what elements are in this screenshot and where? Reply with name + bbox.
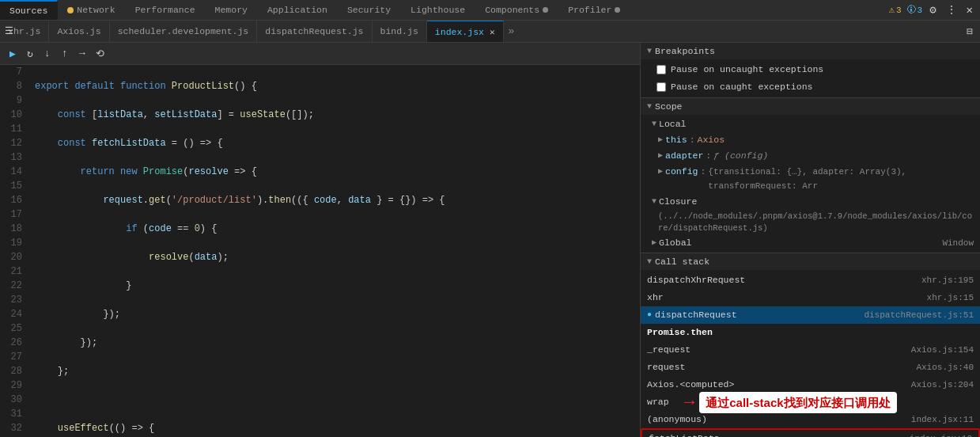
- call-stack-promise-then: Promise.then: [641, 324, 980, 341]
- step-over-button[interactable]: ↻: [22, 46, 38, 62]
- file-ref-dispatchXhrRequest: xhr.js:195: [921, 273, 974, 287]
- file-tab-bind[interactable]: bind.js: [373, 21, 427, 42]
- warn-badge: ⚠ 3: [889, 4, 902, 16]
- scope-local[interactable]: ▼ Local: [641, 116, 980, 132]
- file-tab-scheduler[interactable]: scheduler.development.js: [110, 21, 258, 42]
- tab-components[interactable]: Components: [475, 0, 558, 20]
- scope-adapter-colon: :: [706, 149, 711, 163]
- scope-this-colon: :: [690, 133, 695, 147]
- code-area[interactable]: 7 8 9 10 11 12 13 14 15 16 17 18 19 20 2…: [0, 65, 640, 437]
- tab-performance[interactable]: Performance: [126, 0, 206, 20]
- fn-name-request: request: [647, 360, 916, 374]
- call-stack-xhr[interactable]: xhr xhr.js:15: [641, 289, 980, 306]
- sidebar-toggle-button[interactable]: ☰: [0, 21, 17, 43]
- breakpoints-arrow-icon: ▼: [647, 47, 652, 55]
- settings-button[interactable]: ⚙: [927, 3, 938, 17]
- scope-this[interactable]: ▶ this : Axios: [641, 132, 980, 148]
- scope-this-value: Axios: [698, 133, 725, 147]
- scope-global-value: Window: [942, 236, 974, 250]
- call-stack-dispatchRequest[interactable]: ● dispatchRequest dispatchRequest.js:51: [641, 306, 980, 324]
- file-tab-dispatch[interactable]: dispatchRequest.js: [257, 21, 372, 42]
- close-button[interactable]: ✕: [964, 3, 975, 17]
- line-numbers: 7 8 9 10 11 12 13 14 15 16 17 18 19 20 2…: [0, 65, 28, 437]
- dispatch-arrow-icon: ●: [647, 308, 652, 322]
- file-ref-xhr: xhr.js:15: [927, 291, 974, 305]
- file-tab-axios-label: Axios.js: [57, 26, 100, 36]
- tab-security[interactable]: Security: [338, 0, 401, 20]
- pause-caught-label[interactable]: Pause on caught exceptions: [671, 80, 812, 94]
- fn-name-promise-then: Promise.then: [647, 325, 974, 340]
- pause-uncaught-checkbox[interactable]: [656, 65, 666, 74]
- call-stack-request[interactable]: request Axios.js:40: [641, 359, 980, 376]
- file-tab-index[interactable]: index.jsx ✕: [427, 21, 504, 42]
- scope-global[interactable]: ▶ Global Window: [641, 235, 980, 251]
- scope-closure-label: Closure: [659, 195, 697, 209]
- tab-performance-label: Performance: [135, 5, 195, 15]
- call-stack-dispatchXhrRequest[interactable]: dispatchXhrRequest xhr.js:195: [641, 272, 980, 289]
- step-button[interactable]: →: [74, 46, 90, 62]
- code-panel: ▶ ↻ ↓ ↑ → ⟲ 7 8 9 10 11 12 13 14 15 16 1…: [0, 43, 640, 437]
- call-stack-header[interactable]: ▼ Call stack: [641, 253, 980, 270]
- call-stack-section: ▼ Call stack dispatchXhrRequest xhr.js:1…: [641, 253, 980, 437]
- resume-button[interactable]: ▶: [5, 46, 21, 62]
- call-stack-arrow-icon: ▼: [647, 257, 652, 266]
- scope-this-arrow: ▶: [658, 133, 663, 147]
- more-tabs-button[interactable]: »: [504, 25, 520, 37]
- fn-name-xhr: xhr: [647, 291, 927, 305]
- scope-closure-path: (../../node_modules/.pnpm/axios@1.7.9/no…: [641, 210, 980, 235]
- step-into-button[interactable]: ↓: [40, 46, 55, 62]
- file-tab-axios[interactable]: Axios.js: [49, 21, 109, 42]
- scope-body: ▼ Local ▶ this : Axios ▶ adapter :: [641, 115, 980, 253]
- deactivate-button[interactable]: ⟲: [92, 46, 108, 62]
- tab-memory-label: Memory: [215, 5, 248, 15]
- call-stack-fetchListData[interactable]: fetchListData index.jsx:10: [641, 428, 980, 437]
- scope-config-arrow: ▶: [658, 165, 663, 179]
- scope-adapter[interactable]: ▶ adapter : ƒ (config): [641, 148, 980, 164]
- call-stack-axios-computed[interactable]: Axios.<computed> Axios.js:204: [641, 376, 980, 393]
- fn-name-dispatchRequest: dispatchRequest: [655, 308, 864, 322]
- scope-config[interactable]: ▶ config : {transitional: {…}, adapter: …: [641, 164, 980, 194]
- tab-memory[interactable]: Memory: [206, 0, 258, 20]
- warn-count: 3: [896, 6, 902, 15]
- more-button[interactable]: ⋮: [944, 3, 959, 17]
- tab-profiler[interactable]: Profiler: [558, 0, 630, 20]
- scope-closure[interactable]: ▼ Closure: [641, 194, 980, 210]
- tab-application-label: Application: [267, 5, 327, 15]
- split-editor-button[interactable]: ⊟: [963, 25, 977, 38]
- file-tabs-end: ⊟: [963, 25, 980, 38]
- scope-header[interactable]: ▼ Scope: [641, 98, 980, 115]
- tab-lighthouse[interactable]: Lighthouse: [401, 0, 475, 20]
- scope-local-arrow: ▼: [652, 117, 656, 131]
- scope-global-arrow: ▶: [652, 236, 656, 250]
- tab-network[interactable]: Network: [58, 0, 125, 20]
- step-out-button[interactable]: ↑: [57, 46, 73, 62]
- tab-application[interactable]: Application: [258, 0, 338, 20]
- pause-caught-checkbox[interactable]: [656, 82, 666, 92]
- file-tab-index-label: index.jsx: [435, 27, 484, 37]
- right-scroll[interactable]: ▼ Breakpoints Pause on uncaught exceptio…: [641, 43, 980, 437]
- tab-components-label: Components: [485, 5, 539, 15]
- tab-sources[interactable]: Sources: [0, 0, 58, 20]
- scope-config-value: {transitional: {…}, adapter: Array(3), t…: [708, 165, 974, 193]
- breakpoints-header[interactable]: ▼ Breakpoints: [641, 43, 980, 59]
- scope-config-colon: :: [700, 165, 706, 179]
- file-ref-request: Axios.js:40: [916, 360, 974, 374]
- fn-name-axios-computed: Axios.<computed>: [647, 378, 911, 392]
- file-ref-axios-computed: Axios.js:204: [911, 378, 974, 392]
- code-content[interactable]: export default function ProductList() { …: [28, 65, 640, 437]
- scope-this-key: this: [665, 133, 687, 147]
- file-tab-dispatch-label: dispatchRequest.js: [265, 26, 363, 36]
- top-tab-bar: Sources Network Performance Memory Appli…: [0, 0, 980, 21]
- call-stack-body: dispatchXhrRequest xhr.js:195 xhr xhr.js…: [641, 270, 980, 437]
- file-tab-index-close[interactable]: ✕: [490, 27, 495, 37]
- scope-path-text: (../../node_modules/.pnpm/axios@1.7.9/no…: [658, 211, 974, 234]
- pause-caught-row: Pause on caught exceptions: [641, 78, 980, 96]
- fn-name-wrap: wrap: [647, 395, 974, 409]
- scope-global-label: Global: [659, 236, 691, 250]
- fn-name-fetchListData: fetchListData: [649, 431, 910, 437]
- components-dot-icon: [543, 7, 548, 13]
- call-stack-wrap[interactable]: wrap → 通过call-stack找到对应接口调用处: [641, 393, 980, 411]
- call-stack-request-[interactable]: _request Axios.js:154: [641, 341, 980, 359]
- call-stack-anon-11[interactable]: (anonymous) index.jsx:11: [641, 411, 980, 428]
- pause-uncaught-label[interactable]: Pause on uncaught exceptions: [671, 63, 823, 77]
